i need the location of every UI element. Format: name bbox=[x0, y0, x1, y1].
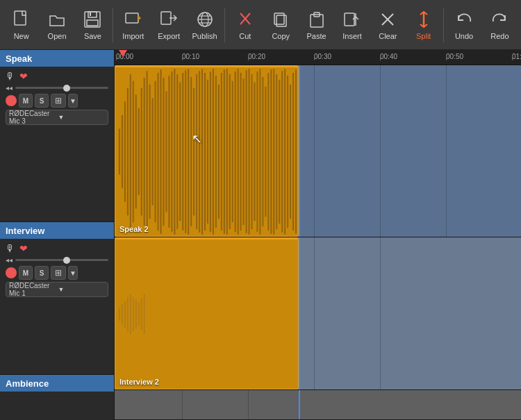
speak-volume-row: ◂◂ bbox=[6, 84, 108, 92]
svg-rect-3 bbox=[87, 20, 98, 26]
sep1 bbox=[113, 8, 113, 42]
ambience-playhead-line bbox=[299, 390, 300, 419]
clear-icon bbox=[377, 9, 398, 30]
undo-button[interactable]: Undo bbox=[447, 3, 481, 47]
undo-icon bbox=[454, 9, 474, 30]
speak-track-controls: Speak 🎙 ❤ ◂◂ M S ⊞ ▼ bbox=[0, 50, 114, 222]
svg-rect-28 bbox=[127, 87, 129, 215]
interview-playhead-line bbox=[299, 237, 300, 389]
speak-waveform bbox=[115, 67, 298, 236]
interview-mute-button[interactable]: M bbox=[19, 266, 33, 280]
publish-button[interactable]: Publish bbox=[188, 3, 222, 47]
svg-rect-56 bbox=[204, 73, 206, 230]
speak-mute-button[interactable]: M bbox=[19, 94, 33, 108]
svg-rect-75 bbox=[256, 72, 258, 232]
speak-device-select[interactable]: RØDECaster Mic 3 ▼ bbox=[6, 110, 108, 125]
interview-audio-clip[interactable]: Interview 2 bbox=[115, 237, 299, 389]
svg-rect-7 bbox=[161, 12, 171, 24]
ruler-mark-1: 00:10 bbox=[182, 53, 199, 60]
import-button[interactable]: Import bbox=[116, 3, 150, 47]
paste-button[interactable]: Paste bbox=[299, 3, 333, 47]
split-button[interactable]: Split bbox=[406, 3, 440, 47]
open-icon bbox=[47, 9, 67, 30]
svg-rect-99 bbox=[144, 294, 145, 335]
svg-rect-63 bbox=[224, 69, 225, 234]
interview-track-controls: Interview 🎙 ❤ ◂◂ M S ⊞ ▼ bbox=[0, 222, 114, 375]
svg-rect-25 bbox=[119, 128, 120, 175]
speak-playhead-line bbox=[299, 65, 300, 237]
interview-device-chevron: ▼ bbox=[58, 286, 106, 293]
interview-track-label: Interview bbox=[0, 222, 114, 239]
speak-heart-icon: ❤ bbox=[19, 71, 28, 82]
svg-rect-52 bbox=[193, 87, 195, 215]
svg-rect-47 bbox=[179, 83, 181, 221]
svg-rect-73 bbox=[251, 74, 253, 229]
svg-rect-90 bbox=[119, 308, 120, 321]
interview-device-select[interactable]: RØDECaster Mic 1 ▼ bbox=[6, 282, 108, 297]
svg-rect-27 bbox=[124, 101, 126, 202]
copy-button[interactable]: Copy bbox=[264, 3, 298, 47]
svg-rect-74 bbox=[254, 83, 255, 221]
svg-rect-0 bbox=[15, 11, 26, 25]
speak-record-button[interactable] bbox=[6, 95, 17, 106]
speak-btn-row: M S ⊞ ▼ bbox=[6, 94, 108, 108]
speak-solo-button[interactable]: S bbox=[35, 94, 49, 108]
redo-button[interactable]: Redo bbox=[483, 3, 517, 47]
save-icon bbox=[82, 9, 103, 30]
ambience-timeline-track[interactable] bbox=[115, 390, 521, 420]
ambience-grid-line-2 bbox=[248, 390, 249, 419]
svg-rect-83 bbox=[279, 80, 280, 224]
cut-button[interactable]: Cut bbox=[228, 3, 262, 47]
svg-rect-77 bbox=[262, 77, 263, 227]
interview-record-button[interactable] bbox=[6, 267, 17, 278]
speak-volume-slider[interactable] bbox=[15, 87, 108, 89]
speak-timeline-track[interactable]: Speak 2 ↖ bbox=[115, 65, 521, 237]
interview-dropdown-button[interactable]: ▼ bbox=[68, 266, 78, 280]
speak-clip-label: Speak 2 bbox=[119, 225, 149, 233]
interview-mic-icon: 🎙 bbox=[6, 243, 15, 254]
svg-rect-69 bbox=[240, 73, 242, 230]
interview-solo-button[interactable]: S bbox=[35, 266, 49, 280]
svg-rect-71 bbox=[246, 70, 247, 233]
speak-mic-icon: 🎙 bbox=[6, 71, 15, 82]
interview-timeline-track[interactable]: Interview 2 bbox=[115, 237, 521, 390]
svg-rect-91 bbox=[122, 304, 123, 324]
svg-rect-4 bbox=[90, 12, 91, 16]
new-button[interactable]: New bbox=[4, 3, 38, 47]
speak-dropdown-button[interactable]: ▼ bbox=[68, 94, 78, 108]
grid-line-3 bbox=[314, 65, 315, 237]
svg-rect-94 bbox=[130, 294, 131, 335]
ruler-mark-6: 01:00 bbox=[512, 53, 521, 60]
svg-rect-20 bbox=[345, 13, 354, 26]
interview-mixer-button[interactable]: ⊞ bbox=[51, 266, 66, 280]
svg-rect-46 bbox=[176, 74, 178, 229]
svg-rect-67 bbox=[235, 72, 236, 232]
interview-volume-row: ◂◂ bbox=[6, 256, 108, 264]
svg-rect-61 bbox=[218, 84, 220, 219]
export-button[interactable]: Export bbox=[151, 3, 185, 47]
sep3 bbox=[443, 8, 444, 42]
interview-grid-line-3 bbox=[314, 237, 315, 389]
clear-button[interactable]: Clear bbox=[371, 3, 405, 47]
svg-rect-29 bbox=[130, 74, 131, 229]
svg-rect-78 bbox=[265, 86, 266, 217]
insert-button[interactable]: Insert bbox=[335, 3, 369, 47]
svg-rect-85 bbox=[284, 69, 286, 235]
interview-volume-slider[interactable] bbox=[15, 259, 108, 261]
tracks-container: Speak 2 ↖ bbox=[115, 65, 521, 420]
svg-rect-97 bbox=[138, 302, 140, 326]
timeline-ruler[interactable]: 00:00 00:10 00:20 00:30 00:40 00:50 01:0… bbox=[115, 50, 521, 65]
open-button[interactable]: Open bbox=[40, 3, 74, 47]
speak-mixer-button[interactable]: ⊞ bbox=[51, 94, 66, 108]
save-button[interactable]: Save bbox=[76, 3, 110, 47]
import-icon bbox=[123, 9, 144, 30]
svg-rect-45 bbox=[174, 69, 175, 235]
speak-audio-clip[interactable]: Speak 2 ↖ bbox=[115, 65, 299, 237]
grid-line-5 bbox=[446, 65, 447, 237]
copy-icon bbox=[270, 9, 291, 30]
svg-rect-92 bbox=[124, 301, 126, 328]
svg-marker-6 bbox=[138, 15, 141, 21]
speak-track-label: Speak bbox=[0, 50, 114, 67]
svg-rect-35 bbox=[147, 71, 148, 233]
insert-icon bbox=[342, 9, 363, 30]
